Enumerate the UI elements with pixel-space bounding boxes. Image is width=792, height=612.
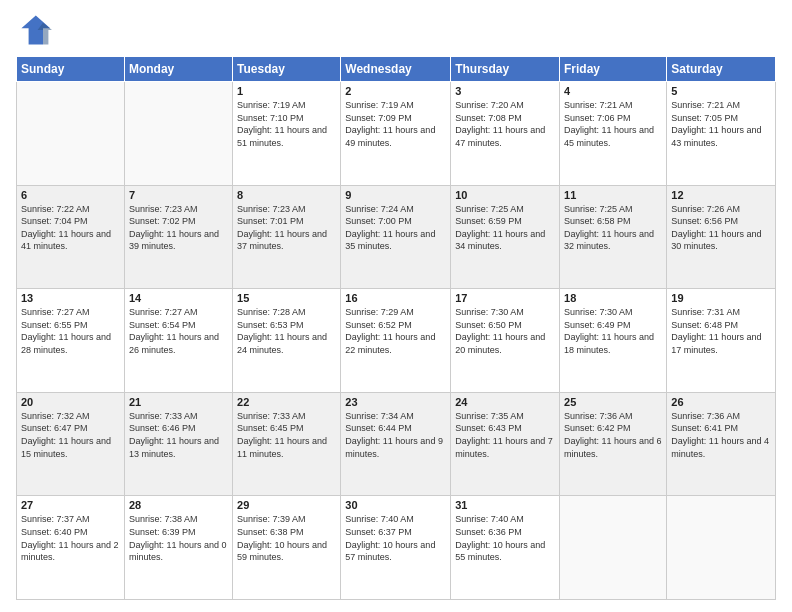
calendar-cell [560,496,667,600]
day-info: Sunrise: 7:21 AM Sunset: 7:05 PM Dayligh… [671,99,771,149]
calendar-cell: 21Sunrise: 7:33 AM Sunset: 6:46 PM Dayli… [124,392,232,496]
day-number: 16 [345,292,446,304]
day-number: 10 [455,189,555,201]
day-number: 6 [21,189,120,201]
calendar-row-2: 13Sunrise: 7:27 AM Sunset: 6:55 PM Dayli… [17,289,776,393]
day-info: Sunrise: 7:38 AM Sunset: 6:39 PM Dayligh… [129,513,228,563]
header [16,12,776,48]
calendar-cell [667,496,776,600]
day-header-friday: Friday [560,57,667,82]
day-number: 2 [345,85,446,97]
day-info: Sunrise: 7:28 AM Sunset: 6:53 PM Dayligh… [237,306,336,356]
day-header-saturday: Saturday [667,57,776,82]
day-number: 28 [129,499,228,511]
calendar: SundayMondayTuesdayWednesdayThursdayFrid… [16,56,776,600]
day-number: 29 [237,499,336,511]
day-number: 15 [237,292,336,304]
day-number: 5 [671,85,771,97]
day-number: 19 [671,292,771,304]
calendar-cell: 18Sunrise: 7:30 AM Sunset: 6:49 PM Dayli… [560,289,667,393]
calendar-cell: 19Sunrise: 7:31 AM Sunset: 6:48 PM Dayli… [667,289,776,393]
calendar-cell: 16Sunrise: 7:29 AM Sunset: 6:52 PM Dayli… [341,289,451,393]
calendar-cell: 6Sunrise: 7:22 AM Sunset: 7:04 PM Daylig… [17,185,125,289]
day-info: Sunrise: 7:33 AM Sunset: 6:46 PM Dayligh… [129,410,228,460]
day-number: 27 [21,499,120,511]
calendar-cell: 28Sunrise: 7:38 AM Sunset: 6:39 PM Dayli… [124,496,232,600]
calendar-cell: 2Sunrise: 7:19 AM Sunset: 7:09 PM Daylig… [341,82,451,186]
day-number: 30 [345,499,446,511]
day-number: 11 [564,189,662,201]
calendar-cell: 14Sunrise: 7:27 AM Sunset: 6:54 PM Dayli… [124,289,232,393]
calendar-body: 1Sunrise: 7:19 AM Sunset: 7:10 PM Daylig… [17,82,776,600]
day-number: 23 [345,396,446,408]
day-info: Sunrise: 7:21 AM Sunset: 7:06 PM Dayligh… [564,99,662,149]
day-number: 21 [129,396,228,408]
logo-icon [16,12,52,48]
day-number: 17 [455,292,555,304]
calendar-cell [124,82,232,186]
calendar-cell [17,82,125,186]
day-info: Sunrise: 7:31 AM Sunset: 6:48 PM Dayligh… [671,306,771,356]
calendar-cell: 9Sunrise: 7:24 AM Sunset: 7:00 PM Daylig… [341,185,451,289]
day-info: Sunrise: 7:39 AM Sunset: 6:38 PM Dayligh… [237,513,336,563]
logo [16,12,56,48]
calendar-cell: 30Sunrise: 7:40 AM Sunset: 6:37 PM Dayli… [341,496,451,600]
day-info: Sunrise: 7:35 AM Sunset: 6:43 PM Dayligh… [455,410,555,460]
calendar-cell: 8Sunrise: 7:23 AM Sunset: 7:01 PM Daylig… [233,185,341,289]
day-info: Sunrise: 7:25 AM Sunset: 6:58 PM Dayligh… [564,203,662,253]
calendar-row-3: 20Sunrise: 7:32 AM Sunset: 6:47 PM Dayli… [17,392,776,496]
calendar-cell: 1Sunrise: 7:19 AM Sunset: 7:10 PM Daylig… [233,82,341,186]
calendar-cell: 7Sunrise: 7:23 AM Sunset: 7:02 PM Daylig… [124,185,232,289]
day-header-monday: Monday [124,57,232,82]
day-info: Sunrise: 7:40 AM Sunset: 6:37 PM Dayligh… [345,513,446,563]
page: SundayMondayTuesdayWednesdayThursdayFrid… [0,0,792,612]
day-number: 3 [455,85,555,97]
calendar-cell: 26Sunrise: 7:36 AM Sunset: 6:41 PM Dayli… [667,392,776,496]
calendar-row-4: 27Sunrise: 7:37 AM Sunset: 6:40 PM Dayli… [17,496,776,600]
day-number: 26 [671,396,771,408]
calendar-cell: 13Sunrise: 7:27 AM Sunset: 6:55 PM Dayli… [17,289,125,393]
day-number: 13 [21,292,120,304]
day-info: Sunrise: 7:22 AM Sunset: 7:04 PM Dayligh… [21,203,120,253]
day-info: Sunrise: 7:19 AM Sunset: 7:09 PM Dayligh… [345,99,446,149]
calendar-cell: 23Sunrise: 7:34 AM Sunset: 6:44 PM Dayli… [341,392,451,496]
day-number: 22 [237,396,336,408]
calendar-cell: 31Sunrise: 7:40 AM Sunset: 6:36 PM Dayli… [451,496,560,600]
day-info: Sunrise: 7:32 AM Sunset: 6:47 PM Dayligh… [21,410,120,460]
calendar-cell: 22Sunrise: 7:33 AM Sunset: 6:45 PM Dayli… [233,392,341,496]
day-info: Sunrise: 7:27 AM Sunset: 6:55 PM Dayligh… [21,306,120,356]
calendar-cell: 25Sunrise: 7:36 AM Sunset: 6:42 PM Dayli… [560,392,667,496]
day-info: Sunrise: 7:26 AM Sunset: 6:56 PM Dayligh… [671,203,771,253]
calendar-cell: 17Sunrise: 7:30 AM Sunset: 6:50 PM Dayli… [451,289,560,393]
calendar-cell: 24Sunrise: 7:35 AM Sunset: 6:43 PM Dayli… [451,392,560,496]
day-number: 24 [455,396,555,408]
day-info: Sunrise: 7:19 AM Sunset: 7:10 PM Dayligh… [237,99,336,149]
day-number: 14 [129,292,228,304]
day-info: Sunrise: 7:40 AM Sunset: 6:36 PM Dayligh… [455,513,555,563]
calendar-cell: 27Sunrise: 7:37 AM Sunset: 6:40 PM Dayli… [17,496,125,600]
calendar-cell: 29Sunrise: 7:39 AM Sunset: 6:38 PM Dayli… [233,496,341,600]
calendar-cell: 15Sunrise: 7:28 AM Sunset: 6:53 PM Dayli… [233,289,341,393]
calendar-cell: 10Sunrise: 7:25 AM Sunset: 6:59 PM Dayli… [451,185,560,289]
day-info: Sunrise: 7:33 AM Sunset: 6:45 PM Dayligh… [237,410,336,460]
day-number: 9 [345,189,446,201]
day-info: Sunrise: 7:34 AM Sunset: 6:44 PM Dayligh… [345,410,446,460]
calendar-cell: 12Sunrise: 7:26 AM Sunset: 6:56 PM Dayli… [667,185,776,289]
day-info: Sunrise: 7:36 AM Sunset: 6:42 PM Dayligh… [564,410,662,460]
day-info: Sunrise: 7:29 AM Sunset: 6:52 PM Dayligh… [345,306,446,356]
day-number: 4 [564,85,662,97]
day-number: 1 [237,85,336,97]
day-number: 25 [564,396,662,408]
day-header-thursday: Thursday [451,57,560,82]
day-header-sunday: Sunday [17,57,125,82]
calendar-cell: 5Sunrise: 7:21 AM Sunset: 7:05 PM Daylig… [667,82,776,186]
day-info: Sunrise: 7:23 AM Sunset: 7:01 PM Dayligh… [237,203,336,253]
day-number: 18 [564,292,662,304]
day-header-tuesday: Tuesday [233,57,341,82]
day-info: Sunrise: 7:23 AM Sunset: 7:02 PM Dayligh… [129,203,228,253]
day-number: 31 [455,499,555,511]
day-info: Sunrise: 7:20 AM Sunset: 7:08 PM Dayligh… [455,99,555,149]
calendar-cell: 20Sunrise: 7:32 AM Sunset: 6:47 PM Dayli… [17,392,125,496]
day-info: Sunrise: 7:37 AM Sunset: 6:40 PM Dayligh… [21,513,120,563]
calendar-header-row: SundayMondayTuesdayWednesdayThursdayFrid… [17,57,776,82]
